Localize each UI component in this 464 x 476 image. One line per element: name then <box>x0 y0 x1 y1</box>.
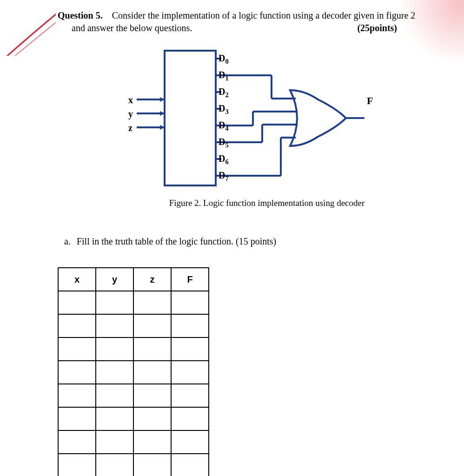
decoder-out-D1: D1 <box>219 70 229 82</box>
question-points: (25points) <box>357 22 397 34</box>
table-cell <box>58 454 96 476</box>
table-cell <box>96 407 133 430</box>
table-cell <box>96 291 133 314</box>
question-header-line2: and answer the below questions. (25point… <box>72 22 397 34</box>
table-cell <box>171 384 209 407</box>
table-cell <box>58 430 96 454</box>
table-cell <box>171 291 209 314</box>
decoder-out-D7: D7 <box>219 170 229 183</box>
th-F: F <box>171 268 209 291</box>
truth-table: x y z F <box>58 267 209 476</box>
output-label-F: F <box>367 95 373 107</box>
table-row <box>58 291 209 314</box>
or-gate <box>290 90 346 146</box>
decoder-box <box>165 51 216 185</box>
table-cell <box>133 291 171 314</box>
input-label-z: z <box>128 123 133 133</box>
table-row <box>58 361 209 384</box>
table-cell <box>133 384 171 407</box>
figure-2-diagram: x y z F D0 D1 D2 D3 D4 D5 D6 D7 <box>118 48 378 202</box>
table-cell <box>96 430 133 454</box>
table-cell <box>171 361 209 384</box>
table-cell <box>96 314 133 337</box>
question-prompt-2: and answer the below questions. <box>72 22 192 34</box>
input-label-x: x <box>128 95 133 106</box>
decoder-out-D4: D4 <box>219 120 229 132</box>
table-cell <box>133 454 171 476</box>
part-a-label: a. <box>64 236 71 246</box>
table-row <box>58 337 209 361</box>
table-row <box>58 314 209 337</box>
table-row <box>58 430 209 454</box>
table-cell <box>58 407 96 430</box>
table-cell <box>58 384 96 407</box>
table-cell <box>133 430 171 454</box>
decoder-out-D2: D2 <box>219 86 229 99</box>
question-prompt-1: Consider the implementation of a logic f… <box>112 10 416 20</box>
decoder-out-D3: D3 <box>219 103 229 116</box>
table-cell <box>96 384 133 407</box>
table-row <box>58 454 209 476</box>
table-cell <box>96 361 133 384</box>
table-row <box>58 384 209 407</box>
part-a-text: Fill in the truth table of the logic fun… <box>77 236 276 246</box>
table-cell <box>133 337 171 361</box>
table-cell <box>58 314 96 337</box>
decorative-corner-arc <box>0 0 56 56</box>
th-x: x <box>58 268 96 291</box>
part-a: a. Fill in the truth table of the logic … <box>64 236 430 247</box>
table-cell <box>133 361 171 384</box>
table-cell <box>171 454 209 476</box>
decoder-out-D5: D5 <box>219 137 229 149</box>
question-content: Question 5. Consider the implementation … <box>58 9 430 476</box>
th-y: y <box>96 268 133 291</box>
table-cell <box>171 407 209 430</box>
decoder-or-gate-svg <box>118 48 378 192</box>
table-cell <box>133 314 171 337</box>
question-header-line1: Question 5. Consider the implementation … <box>58 9 430 22</box>
decoder-out-D0: D0 <box>219 53 229 66</box>
table-cell <box>96 337 133 361</box>
table-cell <box>58 361 96 384</box>
table-cell <box>171 314 209 337</box>
table-cell <box>133 407 171 430</box>
table-cell <box>96 454 133 476</box>
question-number: Question 5. <box>58 10 103 20</box>
th-z: z <box>133 268 171 291</box>
table-cell <box>58 337 96 361</box>
table-header-row: x y z F <box>58 268 209 291</box>
table-cell <box>171 337 209 361</box>
table-row <box>58 407 209 430</box>
table-cell <box>171 430 209 454</box>
decoder-out-D6: D6 <box>219 153 229 166</box>
table-cell <box>58 291 96 314</box>
input-label-y: y <box>128 109 133 119</box>
